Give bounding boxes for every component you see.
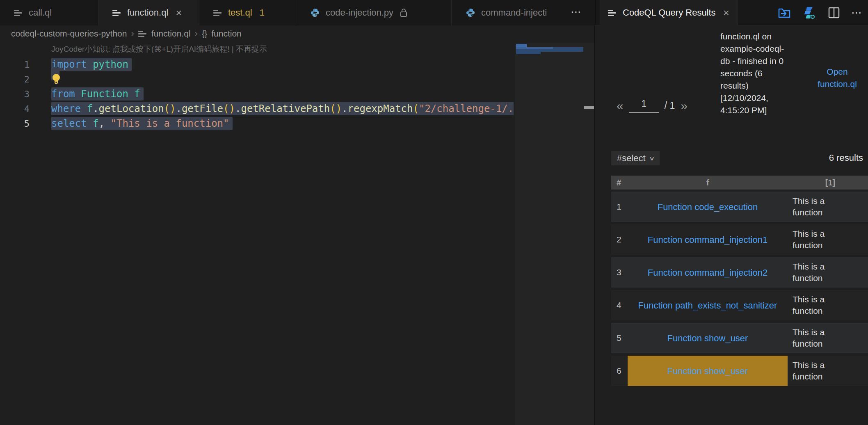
tab-label: call.ql <box>29 7 52 18</box>
row-index: 5 <box>611 323 628 353</box>
pagination: « / 1 » <box>617 98 688 113</box>
table-header-row: # f [1] <box>611 176 868 190</box>
tab-codeql-query-results[interactable]: CodeQL Query Results × <box>600 0 738 25</box>
minimap-selection-mark <box>516 44 527 47</box>
row-index: 2 <box>611 224 628 255</box>
code-line[interactable]: 1import python <box>0 57 514 72</box>
result-value: This is a function <box>793 195 847 218</box>
page-number-input[interactable] <box>629 98 659 113</box>
row-index: 3 <box>611 257 628 288</box>
code-line[interactable]: 2 <box>0 72 514 87</box>
breadcrumb-symbol[interactable]: function <box>211 29 242 39</box>
result-value: This is a function <box>793 359 847 382</box>
result-link[interactable]: Function path_exists_not_sanitizer <box>638 300 777 311</box>
result-value-cell: This is a function <box>788 192 868 222</box>
result-value-cell: This is a function <box>788 257 868 288</box>
table-row: 2Function command_injection1This is a fu… <box>611 224 868 255</box>
tab-overflow-more-icon[interactable]: ⋯ <box>571 6 582 18</box>
prev-page-button[interactable]: « <box>617 100 624 112</box>
vscode-window: call.ql function.ql × test.ql 1 code-inj… <box>0 0 868 425</box>
code-line[interactable]: 3from Function f <box>0 87 514 101</box>
ql-file-icon <box>14 9 23 17</box>
result-cell: Function command_injection1 <box>628 224 788 255</box>
tab-label: test.ql <box>228 7 252 18</box>
result-value-cell: This is a function <box>788 323 868 353</box>
result-set-label: #select <box>617 153 646 164</box>
line-number: 5 <box>0 119 33 129</box>
minimap[interactable] <box>515 43 583 425</box>
result-cell: Function command_injection2 <box>628 257 788 288</box>
table-row: 6Function show_userThis is a function <box>611 356 868 386</box>
code-text: from Function f <box>51 88 144 100</box>
result-link[interactable]: Function show_user <box>667 333 748 344</box>
result-link[interactable]: Function show_user <box>667 366 748 377</box>
close-icon[interactable]: × <box>174 7 183 18</box>
split-editor-icon[interactable] <box>827 6 841 19</box>
open-file-icon[interactable] <box>777 6 791 20</box>
line-number: 1 <box>0 59 33 70</box>
close-icon[interactable]: × <box>722 7 731 18</box>
tab-label: code-injection.py <box>326 7 393 18</box>
code-editor[interactable]: JoyCoder小知识: 点我或按下(⌘+L)开启AI编码旅程! | 不再提示 … <box>0 41 514 425</box>
code-text: import python <box>51 59 132 70</box>
joycoder-logo-icon[interactable] <box>802 5 817 20</box>
table-row: 4Function path_exists_not_sanitizerThis … <box>611 290 868 320</box>
code-line[interactable]: 5select f, "This is a function" <box>0 116 514 131</box>
result-set-dropdown[interactable]: #select ∨ <box>611 151 660 165</box>
tab-strip-left: call.ql function.ql × test.ql 1 code-inj… <box>0 0 595 25</box>
joycoder-hint[interactable]: JoyCoder小知识: 点我或按下(⌘+L)开启AI编码旅程! | 不再提示 <box>51 44 267 55</box>
result-cell: Function code_execution <box>628 192 788 222</box>
python-icon <box>466 8 475 18</box>
lightbulb-icon[interactable] <box>51 73 61 85</box>
page-total: / 1 <box>665 100 675 111</box>
result-value: This is a function <box>793 261 847 284</box>
result-link[interactable]: Function code_execution <box>658 201 758 212</box>
row-index: 1 <box>611 192 628 222</box>
tab-strip-right: CodeQL Query Results × ⋯ <box>595 0 868 25</box>
symbol-braces-icon: {} <box>202 29 207 39</box>
next-page-button[interactable]: » <box>681 100 688 112</box>
tab-function-ql[interactable]: function.ql × <box>98 0 199 25</box>
scrollbar-thumb[interactable] <box>584 106 594 109</box>
more-actions-icon[interactable]: ⋯ <box>851 7 863 19</box>
result-link[interactable]: Function command_injection2 <box>648 267 767 278</box>
result-value-cell: This is a function <box>788 290 868 320</box>
lock-icon <box>399 8 408 18</box>
breadcrumb-folder[interactable]: codeql-custom-queries-python <box>11 29 127 39</box>
line-number: 4 <box>0 104 33 114</box>
result-value-cell: This is a function <box>788 356 868 386</box>
tab-call-ql[interactable]: call.ql <box>0 0 98 25</box>
table-row: 5Function show_userThis is a function <box>611 323 868 353</box>
editor-tab-bar: call.ql function.ql × test.ql 1 code-inj… <box>0 0 868 25</box>
tab-label: command-injecti <box>481 7 547 18</box>
result-link[interactable]: Function command_injection1 <box>648 234 767 245</box>
column-header-index: # <box>611 176 628 190</box>
breadcrumb-file[interactable]: function.ql <box>151 29 191 39</box>
code-lines: 1import python23from Function f4where f.… <box>0 57 514 131</box>
results-count: 6 results <box>829 153 863 163</box>
code-text: select f, "This is a function" <box>51 118 233 129</box>
minimap-selection-mark <box>516 47 553 49</box>
row-index: 6 <box>611 356 628 386</box>
minimap-selection-mark <box>516 52 541 54</box>
code-line[interactable]: 4where f.getLocation().getFile().getRela… <box>0 101 514 116</box>
tab-code-injection-py[interactable]: code-injection.py <box>296 0 452 25</box>
result-value-cell: This is a function <box>788 224 868 255</box>
open-query-file-link[interactable]: Open function.ql <box>809 66 866 90</box>
code-text: where f.getLocation().getFile().getRelat… <box>51 103 514 114</box>
query-run-info: function.ql on example-codeql-db - finis… <box>720 30 787 117</box>
result-cell: Function show_user <box>628 323 788 353</box>
result-cell-highlighted: Function show_user <box>628 356 788 386</box>
ql-file-icon <box>138 30 147 38</box>
result-value: This is a function <box>793 228 847 251</box>
breadcrumb: codeql-custom-queries-python › function.… <box>0 26 594 41</box>
column-header-f: f <box>628 176 788 190</box>
tab-label: CodeQL Query Results <box>623 7 716 18</box>
tab-test-ql[interactable]: test.ql 1 <box>199 0 296 25</box>
ql-file-icon <box>608 9 617 17</box>
ql-file-icon <box>112 9 121 17</box>
codeql-results-panel: « / 1 » function.ql on example-codeql-db… <box>595 25 868 425</box>
tab-label: function.ql <box>127 7 168 18</box>
line-number: 3 <box>0 89 33 99</box>
table-row: 1Function code_executionThis is a functi… <box>611 192 868 222</box>
